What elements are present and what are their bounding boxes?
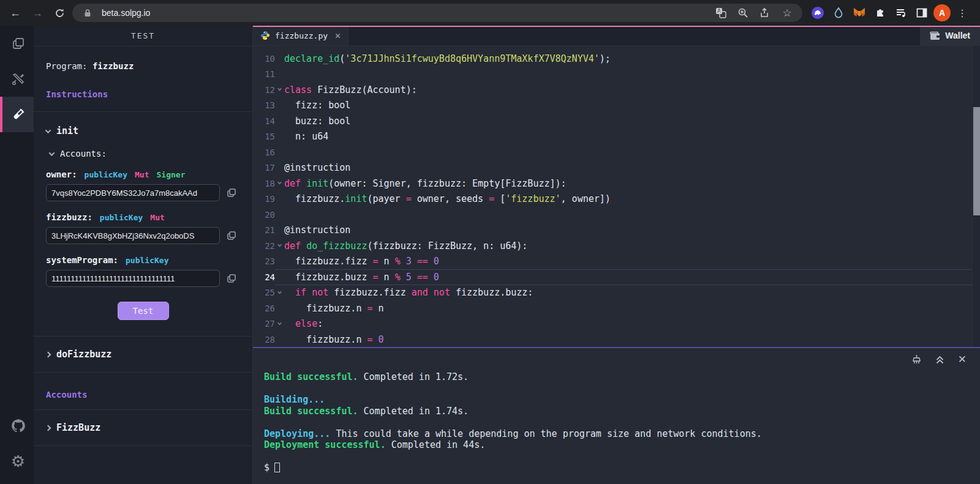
code-line[interactable]: 14 buzz: bool <box>253 113 980 129</box>
copy-icon <box>227 231 236 240</box>
media-playlist-icon[interactable] <box>892 4 910 22</box>
build-tools-icon <box>11 72 26 86</box>
close-tab-icon[interactable]: ✕ <box>335 30 341 41</box>
translate-icon[interactable]: A <box>713 5 729 21</box>
code-text: if not fizzbuzz.fizz and not fizzbuzz.bu… <box>284 287 533 298</box>
code-line[interactable]: 12class FizzBuzz(Account): <box>253 82 980 98</box>
side-panel-toggle-icon[interactable] <box>913 4 931 22</box>
profile-avatar[interactable]: A <box>933 4 951 21</box>
extensions-area: A ⋮ <box>806 4 974 22</box>
program-row: Program: fizzbuzz <box>46 61 240 71</box>
line-number: 26 <box>253 303 275 313</box>
line-number: 21 <box>253 225 275 235</box>
copy-owner-button[interactable] <box>225 186 238 199</box>
tab-fizzbuzz-py[interactable]: fizzbuzz.py ✕ <box>253 26 349 45</box>
code-text: else: <box>284 318 323 329</box>
files-explorer-button[interactable] <box>0 26 34 61</box>
water-drop-extension-icon[interactable] <box>829 4 848 22</box>
code-text: fizzbuzz.fizz = n % 3 == 0 <box>284 256 439 267</box>
system-program-field-label: systemProgram: publicKey <box>46 255 240 265</box>
code-line[interactable]: 24 fizzbuzz.buzz = n % 5 == 0 <box>253 269 980 285</box>
url-bar[interactable]: beta.solpg.io A ☆ <box>72 4 802 22</box>
system-program-label: systemProgram: <box>46 255 118 265</box>
wallet-button[interactable]: Wallet <box>920 26 980 45</box>
chevron-right-icon <box>45 425 51 431</box>
fold-chevron-icon[interactable] <box>275 182 284 185</box>
system-program-pubkey-input[interactable] <box>46 270 220 287</box>
browser-menu-icon[interactable]: ⋮ <box>953 4 971 22</box>
copy-system-program-button[interactable] <box>225 272 238 285</box>
test-tube-icon <box>10 106 26 122</box>
share-icon[interactable] <box>757 5 773 21</box>
zoom-icon[interactable] <box>735 5 751 21</box>
fold-chevron-icon[interactable] <box>275 88 284 91</box>
init-instruction-toggle[interactable]: init <box>46 125 240 136</box>
extensions-puzzle-icon[interactable] <box>871 4 889 22</box>
terminal-prompt-row[interactable]: $ <box>264 462 980 474</box>
fold-chevron-icon[interactable] <box>275 322 284 326</box>
owner-pubkey-input[interactable] <box>46 184 220 201</box>
expand-terminal-button[interactable] <box>935 355 944 365</box>
phantom-extension-icon[interactable] <box>809 4 827 22</box>
wallet-label: Wallet <box>945 31 970 40</box>
reload-icon[interactable] <box>50 4 69 22</box>
code-line[interactable]: 21@instruction <box>253 223 980 239</box>
settings-button[interactable]: ⚙ <box>0 444 34 479</box>
metamask-extension-icon[interactable] <box>850 4 869 22</box>
test-panel-button[interactable] <box>0 97 34 132</box>
do-fizzbuzz-toggle[interactable]: doFizzbuzz <box>46 349 240 360</box>
code-editor[interactable]: 10declare_id('3c71JJhnSi1fcwuyBd8q6HVYan… <box>253 46 980 347</box>
code-line[interactable]: 22def do_fizzbuzz(fizzbuzz: FizzBuzz, n:… <box>253 238 980 254</box>
code-line[interactable]: 13 fizz: bool <box>253 98 980 114</box>
fold-chevron-icon[interactable] <box>275 244 284 247</box>
copy-fizzbuzz-button[interactable] <box>225 229 238 242</box>
code-line[interactable]: 28 fizzbuzz.n = 0 <box>253 332 980 347</box>
code-line[interactable]: 19 fizzbuzz.init(payer = owner, seeds = … <box>253 192 980 207</box>
type-tag: publicKey <box>100 213 143 222</box>
back-icon[interactable]: ← <box>6 4 24 22</box>
instructions-heading: Instructions <box>46 89 240 99</box>
type-tag: publicKey <box>126 256 168 265</box>
code-line[interactable]: 10declare_id('3c71JJhnSi1fcwuyBd8q6HVYan… <box>253 51 980 67</box>
activity-bar: ⚙ <box>0 26 34 484</box>
terminal-cursor <box>274 463 280 472</box>
code-line[interactable]: 15 n: u64 <box>253 129 980 145</box>
fizzbuzz-account-toggle[interactable]: FizzBuzz <box>46 422 240 433</box>
line-number: 11 <box>253 69 275 79</box>
test-button[interactable]: Test <box>118 302 169 320</box>
code-line[interactable]: 11 <box>253 67 980 83</box>
fold-chevron-icon[interactable] <box>275 291 284 294</box>
line-number: 22 <box>253 241 275 251</box>
forward-icon[interactable]: → <box>28 4 47 22</box>
init-instruction-label: init <box>56 125 78 136</box>
chevron-right-icon <box>45 351 51 357</box>
code-line[interactable]: 25 if not fizzbuzz.fizz and not fizzbuzz… <box>253 285 980 301</box>
scrollbar-thumb[interactable] <box>973 107 980 215</box>
fizzbuzz-pubkey-input[interactable] <box>46 227 220 244</box>
lock-icon <box>80 5 96 21</box>
code-line[interactable]: 20 <box>253 207 980 223</box>
terminal-output[interactable]: Build successful. Completed in 1.72s.Bui… <box>253 348 980 474</box>
bookmark-star-icon[interactable]: ☆ <box>779 5 795 21</box>
code-text: n: u64 <box>284 131 328 142</box>
code-line[interactable]: 16 <box>253 144 980 160</box>
python-file-icon <box>260 31 270 40</box>
code-line[interactable]: 27 else: <box>253 316 980 332</box>
chevron-down-icon <box>45 127 51 133</box>
code-line[interactable]: 18def init(owner: Signer, fizzbuzz: Empt… <box>253 176 980 192</box>
code-line[interactable]: 17@instruction <box>253 160 980 176</box>
build-deploy-button[interactable] <box>0 61 34 97</box>
code-line[interactable]: 26 fizzbuzz.n = n <box>253 300 980 316</box>
accounts-heading: Accounts <box>46 390 240 400</box>
editor-scrollbar[interactable] <box>972 46 980 347</box>
github-link-button[interactable] <box>0 408 34 444</box>
code-text: buzz: bool <box>284 116 350 127</box>
close-terminal-button[interactable]: ✕ <box>958 353 967 366</box>
system-program-input-row <box>46 270 240 287</box>
terminal-lines: Build successful. Completed in 1.72s.Bui… <box>264 371 980 462</box>
code-line[interactable]: 23 fizzbuzz.fizz = n % 3 == 0 <box>253 254 980 270</box>
do-fizzbuzz-section: doFizzbuzz <box>34 337 252 373</box>
clear-terminal-button[interactable] <box>911 354 922 365</box>
terminal-line <box>264 383 980 395</box>
accounts-toggle[interactable]: Accounts: <box>50 149 240 158</box>
